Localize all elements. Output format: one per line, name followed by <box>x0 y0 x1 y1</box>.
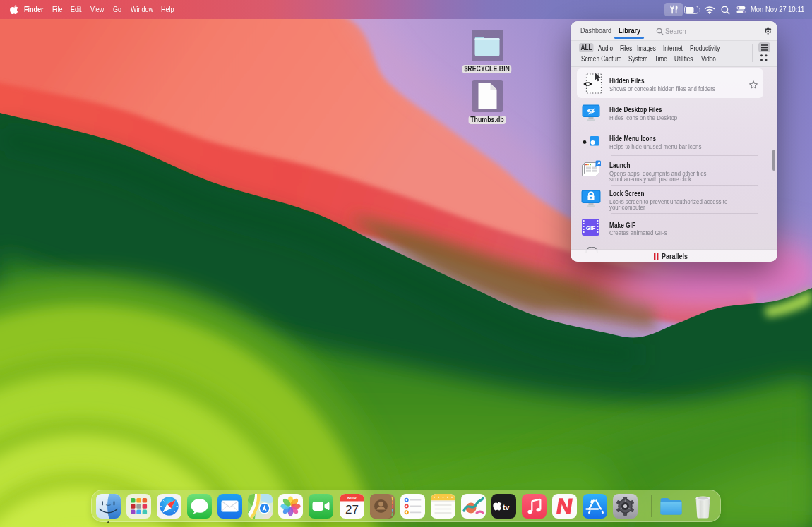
svg-text:tv: tv <box>503 503 509 511</box>
svg-text:27: 27 <box>345 503 359 516</box>
svg-text:GIF: GIF <box>586 225 595 231</box>
svg-text:NOV: NOV <box>347 496 357 500</box>
